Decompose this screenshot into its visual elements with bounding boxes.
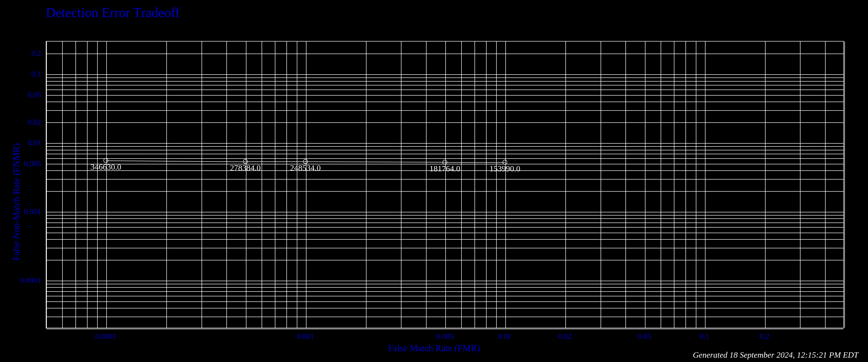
grid-line-vertical — [800, 41, 801, 328]
grid-line-vertical — [445, 41, 446, 328]
grid-line-vertical — [87, 41, 88, 328]
grid-line-vertical — [685, 41, 686, 328]
grid-line-horizontal — [46, 191, 843, 192]
grid-line-vertical — [426, 41, 427, 328]
grid-line-vertical — [261, 41, 262, 328]
x-tick-label: 0.05 — [638, 332, 651, 341]
grid-line-vertical — [696, 41, 696, 328]
grid-line-horizontal — [46, 85, 843, 85]
det-chart: Detection Error Tradeoff False Match Rat… — [0, 0, 868, 362]
y-tick-label: 0.05 — [0, 90, 41, 99]
y-tick-label: 0.005 — [0, 159, 41, 168]
grid-line-vertical — [297, 41, 297, 328]
grid-line-horizontal — [46, 329, 843, 329]
grid-line-horizontal — [46, 291, 843, 292]
data-point-label: 153990.0 — [490, 164, 520, 173]
grid-line-vertical — [825, 41, 826, 328]
grid-line-vertical — [275, 41, 275, 328]
grid-line-vertical — [474, 41, 475, 328]
data-point-label: 248534.0 — [290, 163, 321, 172]
grid-line-vertical — [75, 41, 76, 328]
grid-line-horizontal — [46, 218, 843, 219]
grid-line-vertical — [306, 41, 306, 328]
grid-line-horizontal — [46, 260, 843, 260]
grid-line-vertical — [600, 41, 601, 328]
grid-line-horizontal — [46, 215, 843, 216]
grid-line-horizontal — [46, 296, 843, 296]
grid-line-vertical — [401, 41, 401, 328]
series-line-segment — [445, 162, 505, 163]
grid-line-vertical — [366, 41, 367, 328]
grid-line-horizontal — [46, 223, 843, 223]
grid-line-vertical — [46, 41, 47, 328]
grid-line-horizontal — [46, 110, 843, 111]
grid-line-vertical — [496, 41, 497, 328]
grid-line-horizontal — [46, 239, 843, 240]
y-tick-label: 0.2 — [0, 49, 41, 58]
y-tick-label: 0.01 — [0, 138, 41, 147]
grid-line-vertical — [202, 41, 202, 328]
grid-line-vertical — [505, 41, 506, 328]
grid-line-vertical — [286, 41, 287, 328]
grid-line-horizontal — [46, 227, 843, 228]
x-tick-label: 0.0001 — [95, 332, 117, 341]
series-line-segment — [245, 162, 306, 162]
grid-line-horizontal — [46, 89, 843, 90]
data-point-label: 181764.0 — [429, 164, 460, 173]
grid-line-horizontal — [46, 74, 843, 75]
grid-line-horizontal — [46, 284, 843, 284]
data-point-label: 278384.0 — [230, 163, 261, 172]
grid-line-horizontal — [46, 317, 843, 317]
grid-line-vertical — [461, 41, 462, 328]
y-tick-label: 0.0001 — [0, 276, 41, 284]
grid-line-horizontal — [46, 95, 843, 95]
grid-line-vertical — [661, 41, 661, 328]
grid-line-horizontal — [46, 146, 843, 147]
grid-line-vertical — [166, 41, 167, 328]
grid-line-vertical — [565, 41, 566, 328]
grid-line-horizontal — [46, 248, 843, 248]
grid-line-vertical — [62, 41, 63, 328]
plot-area — [46, 41, 844, 328]
grid-line-horizontal — [46, 308, 843, 308]
grid-line-vertical — [765, 41, 766, 328]
grid-line-vertical — [106, 41, 107, 328]
data-point — [442, 160, 447, 165]
grid-line-horizontal — [46, 150, 843, 150]
grid-line-horizontal — [46, 102, 843, 102]
x-tick-label: 0.005 — [436, 332, 454, 341]
grid-line-horizontal — [46, 54, 843, 54]
grid-line-horizontal — [46, 301, 843, 302]
x-tick-label: 0.01 — [498, 332, 512, 341]
grid-line-horizontal — [46, 78, 843, 78]
generated-timestamp: Generated 18 September 2024, 12:15:21 PM… — [693, 351, 858, 360]
grid-line-vertical — [625, 41, 626, 328]
grid-line-horizontal — [46, 143, 843, 144]
data-point — [303, 159, 308, 164]
data-point — [502, 160, 507, 165]
grid-line-vertical — [844, 41, 845, 328]
data-point-label: 346630.0 — [90, 162, 121, 172]
y-tick-label: 0.02 — [0, 117, 41, 127]
x-tick-label: 0.001 — [297, 332, 314, 341]
grid-line-horizontal — [46, 179, 843, 179]
grid-line-horizontal — [46, 287, 843, 288]
grid-line-vertical — [674, 41, 674, 328]
grid-line-vertical — [246, 41, 246, 328]
x-tick-label: 0.2 — [760, 332, 769, 341]
data-point — [243, 159, 248, 164]
grid-line-horizontal — [46, 122, 843, 123]
grid-line-horizontal — [46, 81, 843, 82]
grid-line-horizontal — [46, 281, 843, 281]
grid-line-vertical — [486, 41, 487, 328]
grid-line-horizontal — [46, 154, 843, 154]
chart-title: Detection Error Tradeoff — [46, 5, 180, 20]
grid-line-vertical — [226, 41, 227, 328]
grid-line-vertical — [705, 41, 706, 328]
x-tick-label: 0.02 — [558, 332, 572, 341]
grid-line-horizontal — [46, 233, 843, 233]
grid-line-vertical — [645, 41, 646, 328]
grid-line-vertical — [97, 41, 98, 328]
grid-line-horizontal — [46, 158, 843, 159]
y-tick-label: 0.001 — [0, 207, 41, 216]
